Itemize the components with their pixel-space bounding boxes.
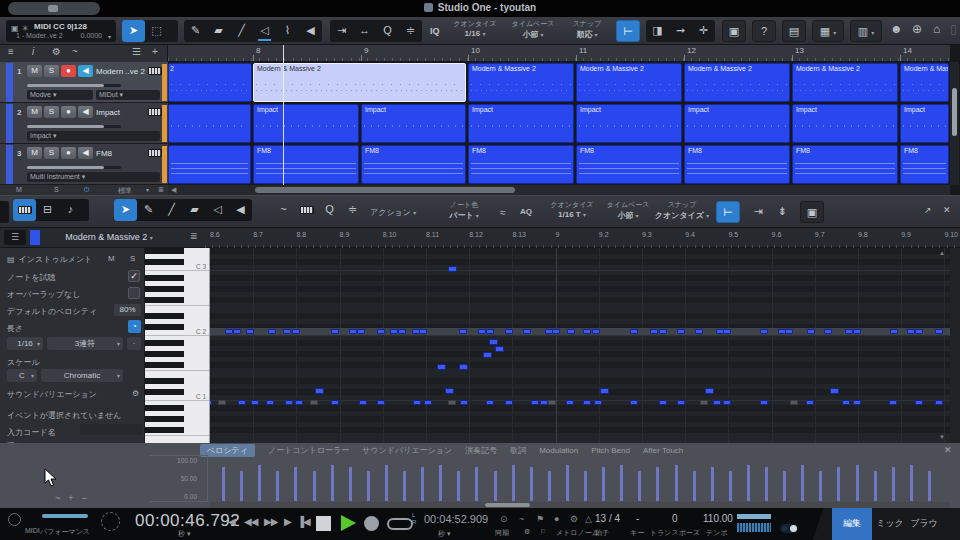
clip[interactable] bbox=[168, 145, 251, 184]
velocity-stem[interactable] bbox=[602, 467, 605, 501]
mute-button[interactable]: M bbox=[27, 106, 42, 118]
midi-note[interactable] bbox=[459, 329, 467, 334]
clip[interactable]: Modern & Massive 2 bbox=[253, 63, 466, 102]
record-dot-icon[interactable]: ● bbox=[554, 514, 559, 524]
mute-tool-button[interactable]: ◁ bbox=[206, 199, 229, 221]
velocity-stem[interactable] bbox=[530, 467, 533, 501]
velocity-stem[interactable] bbox=[276, 471, 279, 501]
options-button[interactable]: ▣ bbox=[800, 201, 824, 223]
velocity-stem[interactable] bbox=[313, 471, 316, 501]
velocity-stem[interactable] bbox=[928, 471, 931, 501]
midi-note[interactable] bbox=[592, 329, 600, 334]
clip[interactable]: Modern & Massive 2 bbox=[468, 63, 574, 102]
velocity-stem[interactable] bbox=[222, 467, 225, 501]
clip[interactable]: Impact bbox=[900, 104, 949, 143]
midi-note[interactable] bbox=[760, 400, 768, 405]
video-button[interactable]: ▤ bbox=[782, 20, 806, 42]
black-key[interactable] bbox=[145, 351, 184, 357]
midi-note[interactable] bbox=[246, 329, 254, 334]
aq-toggle[interactable]: AQ bbox=[520, 207, 532, 216]
midi-note[interactable] bbox=[486, 329, 494, 334]
track-header[interactable]: 1MS●◀Modern ..ve 2Modve ▾MIDut ▾ bbox=[0, 62, 168, 103]
quantize-panel-icon[interactable]: ≑ bbox=[399, 20, 422, 42]
midi-note[interactable] bbox=[268, 329, 276, 334]
midi-note[interactable] bbox=[824, 329, 832, 334]
clip[interactable]: FM8 bbox=[468, 145, 574, 184]
scrollbar-thumb[interactable] bbox=[485, 503, 530, 507]
midi-note[interactable] bbox=[505, 329, 513, 334]
instrument-selector[interactable]: Modve ▾ bbox=[27, 90, 93, 100]
note-color-dropdown[interactable]: ノート色 パート ▾ bbox=[436, 200, 492, 221]
stop-button[interactable] bbox=[316, 516, 331, 531]
midi-note[interactable] bbox=[853, 400, 861, 405]
close-icon[interactable]: ✕ bbox=[943, 205, 951, 215]
midi-note[interactable] bbox=[377, 400, 385, 405]
velocity-stem[interactable] bbox=[910, 465, 913, 501]
lane-tab[interactable]: After Touch bbox=[643, 446, 683, 455]
midi-note[interactable] bbox=[853, 329, 861, 334]
midi-note[interactable] bbox=[695, 329, 703, 334]
scroll-up-arrow[interactable]: ▲ bbox=[939, 250, 945, 256]
midi-note[interactable] bbox=[915, 400, 923, 405]
track-list-icon[interactable]: ≣ bbox=[190, 231, 198, 241]
ghost-note[interactable] bbox=[700, 400, 708, 405]
midi-note[interactable] bbox=[935, 400, 943, 405]
ghost-note[interactable] bbox=[310, 400, 318, 405]
instrument-selector[interactable]: Impact ▾ bbox=[27, 131, 160, 141]
default-velocity-value[interactable]: 80% bbox=[114, 304, 141, 316]
midi-note[interactable] bbox=[238, 400, 246, 405]
midi-note[interactable] bbox=[266, 400, 274, 405]
midi-note[interactable] bbox=[390, 329, 398, 334]
midi-cc-display[interactable]: ▣ ✳ MIDI CC 0|128 1 - Moder..ve 20.0000▾ bbox=[6, 20, 116, 42]
midi-note[interactable] bbox=[566, 400, 574, 405]
midi-note[interactable] bbox=[489, 339, 498, 345]
velocity-stem[interactable] bbox=[331, 465, 334, 501]
midi-note[interactable] bbox=[315, 388, 324, 394]
time-signature-value[interactable]: 13 / 4 bbox=[595, 513, 620, 524]
black-key[interactable] bbox=[145, 416, 184, 422]
close-icon[interactable]: ✕ bbox=[944, 445, 952, 455]
midi-note[interactable] bbox=[448, 266, 457, 272]
clip[interactable]: Impact bbox=[684, 104, 790, 143]
solo-button[interactable]: S bbox=[44, 106, 59, 118]
velocity-stem[interactable] bbox=[421, 467, 424, 501]
black-key[interactable] bbox=[145, 378, 184, 384]
midi-note[interactable] bbox=[445, 388, 454, 394]
power-icon[interactable]: ⊙ bbox=[500, 514, 508, 524]
pencil-tool-button[interactable]: ✎ bbox=[184, 20, 207, 42]
velocity-stem[interactable] bbox=[693, 471, 696, 501]
midi-note[interactable] bbox=[890, 329, 898, 334]
mute-all-label[interactable]: M bbox=[16, 186, 22, 193]
midi-note[interactable] bbox=[889, 400, 897, 405]
clip[interactable]: FM8 bbox=[253, 145, 359, 184]
tool-icon[interactable]: ⚙ bbox=[52, 46, 61, 57]
loop-button[interactable] bbox=[387, 518, 413, 530]
record-mode-button[interactable]: ▣ bbox=[722, 20, 746, 42]
instrument-selector[interactable]: Multi Instrument ▾ bbox=[27, 172, 160, 182]
arrow-tool-button[interactable]: ➤ bbox=[122, 20, 145, 42]
playhead[interactable] bbox=[283, 45, 284, 185]
length-feel-dropdown[interactable]: 3連符▾ bbox=[47, 337, 123, 350]
marker-flag-icon[interactable]: ⚑ bbox=[536, 514, 544, 524]
black-key[interactable] bbox=[145, 248, 184, 254]
midi-note[interactable] bbox=[830, 388, 839, 394]
midi-note[interactable] bbox=[845, 329, 853, 334]
sync-label[interactable]: 同期 bbox=[495, 528, 509, 538]
midi-note[interactable] bbox=[552, 329, 560, 334]
meter-toggle[interactable] bbox=[780, 524, 798, 533]
piano-roll-ruler[interactable]: 8.68.78.88.98.108.118.128.1399.29.39.49.… bbox=[205, 228, 960, 248]
velocity-stem[interactable] bbox=[258, 465, 261, 501]
lane-tab[interactable]: ノートコントローラー bbox=[268, 445, 349, 456]
piano-keyboard[interactable]: C 3C 2C 1 bbox=[145, 248, 210, 443]
lane-tab[interactable]: ベロシティ bbox=[200, 444, 255, 457]
expand-icon[interactable]: ↗ bbox=[924, 205, 932, 215]
secondary-time-display[interactable]: 00:04:52.909 bbox=[424, 513, 488, 525]
home-icon[interactable]: ⌂ bbox=[933, 22, 940, 36]
midi-note[interactable] bbox=[806, 400, 814, 405]
midi-note[interactable] bbox=[659, 400, 667, 405]
clip[interactable]: Modern & Massive 2 bbox=[168, 63, 252, 102]
add-track-button[interactable]: + bbox=[152, 46, 158, 57]
arrow-tool-button[interactable]: ➤ bbox=[114, 199, 137, 221]
velocity-stem[interactable] bbox=[837, 467, 840, 501]
length-quantize-button[interactable]: ◔ bbox=[128, 320, 141, 333]
